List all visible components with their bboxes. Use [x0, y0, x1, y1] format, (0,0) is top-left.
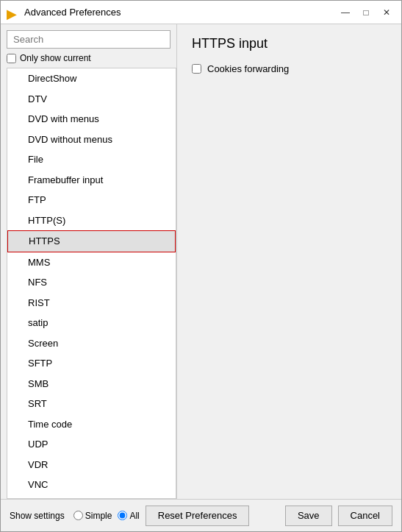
tree-item-timecode[interactable]: Time code	[7, 414, 176, 435]
app-window: ▶ Advanced Preferences — □ ✕ Only show c…	[0, 0, 402, 532]
tree-item-srt[interactable]: SRT	[7, 394, 176, 414]
tree-item-nfs[interactable]: NFS	[7, 272, 176, 293]
tree-item-vnc[interactable]: VNC	[7, 475, 176, 495]
tree-item-https-s[interactable]: HTTP(S)	[7, 210, 176, 231]
cancel-button[interactable]: Cancel	[338, 506, 392, 526]
tree-item-file[interactable]: File	[7, 149, 176, 170]
tree-item-smb[interactable]: SMB	[7, 374, 176, 394]
cookies-forwarding-label[interactable]: Cookies forwarding	[207, 63, 289, 74]
only-show-current-label[interactable]: Only show current	[20, 53, 91, 63]
reset-preferences-button[interactable]: Reset Preferences	[146, 506, 250, 526]
maximize-button[interactable]: □	[357, 4, 375, 21]
search-input[interactable]	[7, 30, 171, 49]
tree-item-dvd-with-menus[interactable]: DVD with menus	[7, 109, 176, 130]
main-content: Only show current DirectShowDTVDVD with …	[1, 24, 401, 499]
tree-item-sftp[interactable]: SFTP	[7, 353, 176, 374]
window-controls: — □ ✕	[337, 4, 395, 21]
tree-item-directshow[interactable]: DirectShow	[7, 68, 176, 89]
option-row-cookies: Cookies forwarding	[192, 63, 387, 74]
show-settings-label: Show settings	[10, 511, 65, 521]
tree-item-udp[interactable]: UDP	[7, 434, 176, 455]
only-show-current-row: Only show current	[1, 52, 176, 68]
radio-all-label[interactable]: All	[118, 511, 139, 521]
tree-item-screen[interactable]: Screen	[7, 333, 176, 354]
radio-simple-label[interactable]: Simple	[73, 511, 112, 521]
tree-item-rist[interactable]: RIST	[7, 293, 176, 313]
right-panel: HTTPS input Cookies forwarding	[177, 24, 401, 499]
title-bar: ▶ Advanced Preferences — □ ✕	[1, 1, 401, 24]
tree-item-dtv[interactable]: DTV	[7, 89, 176, 110]
left-panel: Only show current DirectShowDTVDVD with …	[1, 24, 177, 499]
radio-group-settings: Simple All	[73, 511, 140, 521]
tree-item-ftp[interactable]: FTP	[7, 190, 176, 210]
bottom-bar: Show settings Simple All Reset Preferenc…	[1, 499, 401, 531]
tree-item-satip[interactable]: satip	[7, 313, 176, 333]
window-title: Advanced Preferences	[24, 7, 337, 18]
cookies-forwarding-checkbox[interactable]	[192, 64, 201, 74]
radio-all[interactable]	[118, 511, 127, 520]
radio-simple[interactable]	[73, 511, 83, 520]
minimize-button[interactable]: —	[337, 4, 354, 21]
save-button[interactable]: Save	[285, 506, 332, 526]
tree-item-dvd-without-menus[interactable]: DVD without menus	[7, 130, 176, 150]
only-show-current-checkbox[interactable]	[7, 54, 16, 63]
tree-list[interactable]: DirectShowDTVDVD with menusDVD without m…	[7, 68, 176, 499]
tree-item-vdr[interactable]: VDR	[7, 455, 176, 475]
tree-item-https[interactable]: HTTPS	[7, 230, 176, 252]
section-title: HTTPS input	[192, 36, 387, 52]
app-icon: ▶	[7, 6, 20, 19]
tree-item-framebuffer-input[interactable]: Framebuffer input	[7, 170, 176, 191]
close-button[interactable]: ✕	[378, 4, 395, 21]
tree-item-mms[interactable]: MMS	[7, 252, 176, 273]
